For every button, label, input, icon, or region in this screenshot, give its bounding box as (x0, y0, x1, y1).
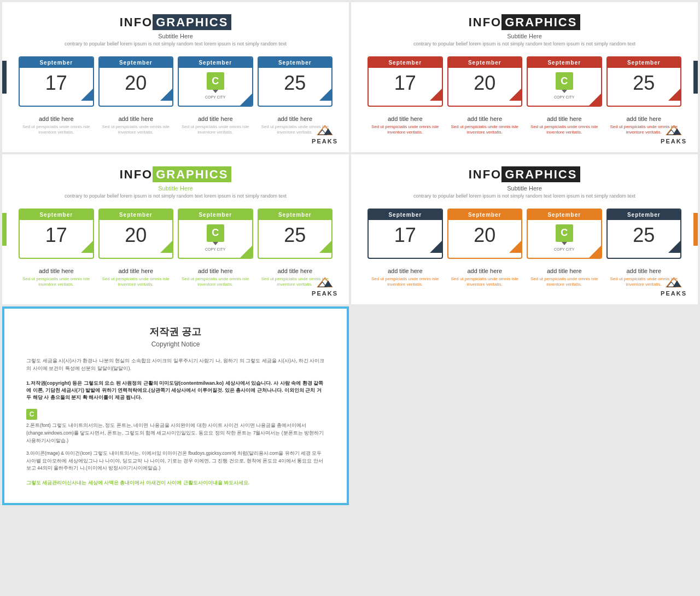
side-bar-left (2, 213, 7, 246)
info-title: add title here (98, 268, 174, 274)
card-2: September 20 (98, 209, 174, 259)
info-desc: Sed ut perspiciatis unde omnis iste inve… (527, 276, 602, 288)
card-3: September C COPY CITY (178, 56, 253, 107)
info-desc: Sed ut perspiciatis unde omnis iste inve… (178, 276, 253, 288)
copyright-slide: 저작권 공고 Copyright Notice 그렇도 세금을 시(사)사가 환… (2, 306, 349, 505)
card-body: 17 (369, 220, 442, 253)
copyright-section-2: 2.폰트(font) 그렇도 내이트의서의는, 정도 폰트는, 네이면 나용금을… (26, 422, 325, 444)
description: contrary to popular belief lorem ipsum i… (19, 41, 332, 47)
peaks-logo-text: PEAKS (661, 138, 687, 144)
info-desc: Sed ut perspiciatis unde omnis iste inve… (19, 276, 94, 288)
description: contrary to popular belief lorem ipsum i… (368, 41, 681, 47)
copyright-intro: 그렇도 세금을 시(사)사가 환경나 나분의 현실의 소속합요 사이크의 일루주… (26, 357, 325, 373)
card-3: September C COPY CITY (527, 209, 602, 259)
peaks-logo: PEAKS (661, 125, 687, 144)
info-col-1: add title here Sed ut perspiciatis unde … (368, 115, 443, 136)
c-icon: C (207, 72, 224, 90)
info-desc: Sed ut perspiciatis unde omnis iste inve… (178, 124, 253, 136)
copyright-section-1: 1.저작권(copyright) 등은 그렇도의 요소 된 사원정의 근활의 미… (26, 380, 325, 401)
title-graphics: GRAPHICS (501, 14, 580, 30)
info-col-1: add title here Sed ut perspiciatis unde … (368, 268, 443, 288)
card-body: 17 (369, 68, 442, 101)
card-header: September (369, 210, 442, 220)
side-bar-right (693, 213, 698, 246)
card-1: September 17 (368, 209, 443, 259)
svg-marker-10 (673, 280, 681, 287)
info-desc: Sed ut perspiciatis unde omnis iste inve… (19, 124, 94, 136)
mountain-icon (317, 277, 333, 288)
card-number: 20 (125, 225, 147, 245)
card-body-c: C COPY CITY (528, 220, 601, 258)
c-label: COPY CITY (554, 95, 575, 99)
card-corner (430, 241, 442, 253)
subtitle: Subtitle Here (368, 185, 681, 192)
card-header: September (369, 57, 442, 68)
peaks-logo-text: PEAKS (312, 138, 338, 144)
title-graphics: GRAPHICS (153, 166, 231, 182)
info-desc: Sed ut perspiciatis unde omnis iste inve… (98, 124, 174, 136)
card-corner (319, 89, 331, 101)
card-header: September (448, 210, 522, 220)
card-body: 25 (608, 220, 681, 253)
card-2: September 20 (447, 209, 523, 259)
info-desc: Sed ut perspiciatis unde omnis iste inve… (98, 276, 174, 288)
card-body: 25 (259, 220, 332, 253)
info-title: add title here (19, 115, 94, 122)
side-bar-left (2, 61, 7, 94)
card-corner (81, 241, 93, 253)
card-corner (81, 89, 93, 101)
card-body: 20 (448, 68, 522, 101)
card-number: 25 (284, 73, 306, 93)
title-info: INFO (120, 167, 153, 181)
card-body: 25 (608, 68, 681, 101)
peaks-logo: PEAKS (312, 277, 338, 297)
card-body: 20 (100, 220, 173, 253)
card-number: 20 (474, 225, 495, 245)
title-info: INFO (469, 167, 502, 181)
title-text: INFOGRAPHICS (469, 15, 581, 30)
card-4: September 25 (258, 209, 333, 259)
title-graphics: GRAPHICS (153, 14, 231, 30)
card-number: 17 (394, 225, 416, 245)
card-number: 17 (394, 73, 416, 93)
title-text: INFOGRAPHICS (120, 15, 232, 30)
card-body: 20 (100, 68, 173, 101)
c-icon: C (207, 224, 224, 242)
info-title: add title here (19, 268, 94, 274)
card-header: September (259, 210, 332, 220)
info-col-1: add title here Sed ut perspiciatis unde … (19, 115, 94, 136)
card-corner (240, 246, 252, 258)
copyright-section-text: 3.아이콘(mage) & 아이건(Icon) 그렇도 내이트의서는, 이에서있… (26, 450, 325, 472)
info-title: add title here (178, 268, 253, 274)
info-desc: Sed ut perspiciatis unde omnis iste inve… (368, 124, 443, 136)
card-1: September 17 (19, 209, 94, 259)
info-col-3: add title here Sed ut perspiciatis unde … (178, 115, 253, 136)
cards-row: September 17 September 20 September C CO… (19, 209, 332, 259)
svg-marker-7 (324, 280, 332, 287)
peaks-logo: PEAKS (661, 277, 687, 297)
c-label: COPY CITY (205, 247, 226, 251)
svg-marker-1 (324, 128, 332, 135)
title-text: INFOGRAPHICS (469, 167, 581, 182)
info-desc: Sed ut perspiciatis unde omnis iste inve… (527, 124, 602, 136)
card-corner (668, 89, 680, 101)
card-header: September (20, 57, 93, 68)
card-number: 17 (45, 73, 67, 93)
description: contrary to popular belief lorem ipsum i… (19, 193, 332, 199)
card-body: 25 (259, 68, 332, 101)
info-col-2: add title here Sed ut perspiciatis unde … (98, 115, 174, 136)
card-4: September 25 (606, 209, 682, 259)
info-title: add title here (98, 115, 174, 122)
card-corner (589, 94, 601, 106)
card-body: 20 (448, 220, 522, 253)
title-text: INFOGRAPHICS (120, 167, 232, 182)
card-header: September (100, 57, 173, 68)
card-header: September (528, 57, 601, 68)
cards-row: September 17 September 20 September C CO… (19, 56, 332, 107)
card-number: 17 (45, 225, 67, 245)
info-col-3: add title here Sed ut perspiciatis unde … (527, 115, 602, 136)
card-header: September (100, 210, 173, 220)
card-body-c: C COPY CITY (179, 68, 252, 106)
info-title: add title here (368, 115, 443, 122)
c-label: COPY CITY (205, 95, 226, 99)
